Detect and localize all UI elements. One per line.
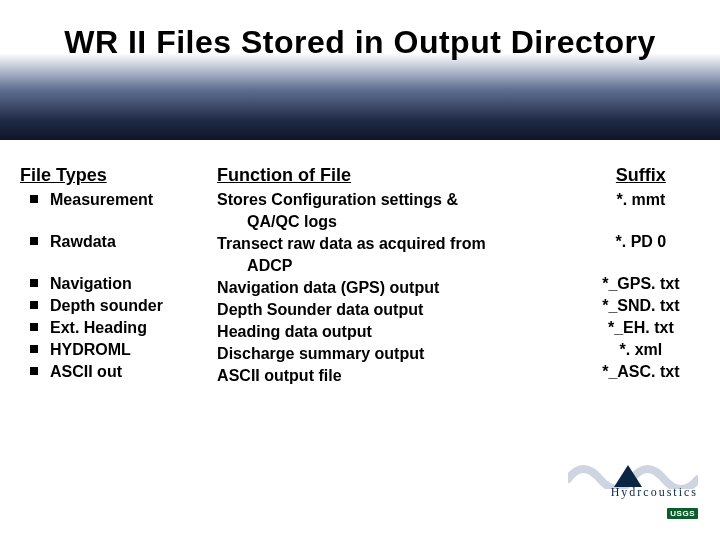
header-suffix: Suffix <box>582 165 700 186</box>
column-function: Function of File Stores Configuration se… <box>217 165 582 388</box>
header-file-types: File Types <box>20 165 217 186</box>
type-label: Navigation <box>50 274 217 294</box>
type-label: Measurement <box>50 190 217 210</box>
list-item: Depth sounder <box>20 296 217 316</box>
bullet-icon <box>30 345 38 353</box>
slide: WR II Files Stored in Output Directory F… <box>0 0 720 540</box>
list-item: Ext. Heading <box>20 318 217 338</box>
suffix-text: *. PD 0 <box>582 232 700 252</box>
content-area: File Types Measurement Rawdata Navigatio… <box>20 165 700 388</box>
function-text: ASCII output file <box>217 366 582 386</box>
suffix-text: *. mmt <box>582 190 700 210</box>
list-item: ASCII out <box>20 362 217 382</box>
suffix-text: *_ASC. txt <box>582 362 700 382</box>
function-text: ADCP <box>217 256 582 276</box>
suffix-text: *. xml <box>582 340 700 360</box>
column-suffix: Suffix *. mmt *. PD 0 *_GPS. txt *_SND. … <box>582 165 700 388</box>
bullet-icon <box>30 323 38 331</box>
bullet-icon <box>30 237 38 245</box>
function-text: QA/QC logs <box>217 212 582 232</box>
list-item: HYDROML <box>20 340 217 360</box>
usgs-text: USGS <box>667 508 698 519</box>
function-text: Heading data output <box>217 322 582 342</box>
footer-logo: Hydr​coustics USGS <box>568 463 698 520</box>
slide-title: WR II Files Stored in Output Directory <box>0 24 720 61</box>
brand-text: Hydr​coustics <box>611 485 698 500</box>
brand-right: coustics <box>643 485 698 499</box>
function-text: Stores Configuration settings & <box>217 190 582 210</box>
function-text: Transect raw data as acquired from <box>217 234 582 254</box>
usgs-badge: USGS <box>667 502 698 520</box>
suffix-text: *_EH. txt <box>582 318 700 338</box>
suffix-text: *_SND. txt <box>582 296 700 316</box>
function-text: Discharge summary output <box>217 344 582 364</box>
bullet-icon <box>30 367 38 375</box>
type-label: HYDROML <box>50 340 217 360</box>
function-text: Depth Sounder data output <box>217 300 582 320</box>
type-label: Depth sounder <box>50 296 217 316</box>
list-item: Navigation <box>20 274 217 294</box>
function-text: Navigation data (GPS) output <box>217 278 582 298</box>
bullet-icon <box>30 279 38 287</box>
type-label: ASCII out <box>50 362 217 382</box>
brand-left: Hydr <box>611 485 644 499</box>
header-function: Function of File <box>217 165 582 186</box>
list-item: Measurement <box>20 190 217 210</box>
title-band: WR II Files Stored in Output Directory <box>0 0 720 140</box>
list-item: Rawdata <box>20 232 217 252</box>
bullet-icon <box>30 301 38 309</box>
type-label: Ext. Heading <box>50 318 217 338</box>
column-file-types: File Types Measurement Rawdata Navigatio… <box>20 165 217 388</box>
bullet-icon <box>30 195 38 203</box>
type-label: Rawdata <box>50 232 217 252</box>
suffix-text: *_GPS. txt <box>582 274 700 294</box>
